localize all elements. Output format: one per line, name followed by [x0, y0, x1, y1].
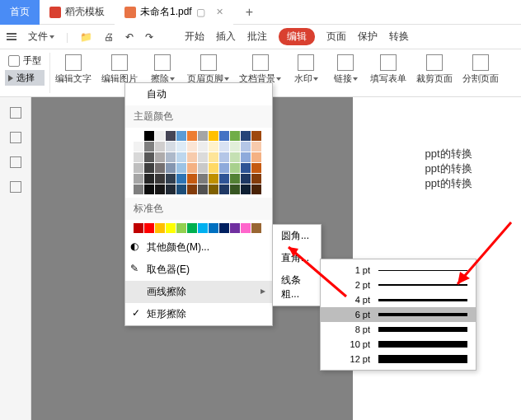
color-swatch[interactable]	[144, 152, 154, 162]
color-swatch[interactable]	[241, 174, 251, 184]
color-swatch[interactable]	[144, 174, 154, 184]
tool-edit-text[interactable]: 编辑文字	[50, 53, 96, 93]
color-swatch[interactable]	[176, 131, 186, 141]
color-swatch[interactable]	[166, 131, 176, 141]
color-swatch[interactable]	[198, 142, 208, 152]
color-swatch[interactable]	[166, 174, 176, 184]
color-swatch[interactable]	[155, 142, 165, 152]
color-swatch[interactable]	[176, 142, 186, 152]
pt-2[interactable]: 2 pt	[321, 278, 476, 292]
color-swatch[interactable]	[176, 174, 186, 184]
popup-line-erase[interactable]: 画线擦除	[125, 281, 272, 303]
color-swatch[interactable]	[134, 163, 143, 173]
pt-6[interactable]: 6 pt	[321, 307, 476, 322]
pt-4[interactable]: 4 pt	[321, 292, 476, 307]
color-swatch[interactable]	[230, 163, 240, 173]
color-swatch[interactable]	[187, 184, 197, 194]
color-swatch[interactable]	[176, 163, 186, 173]
color-swatch[interactable]	[230, 184, 240, 194]
menu-page[interactable]: 页面	[326, 30, 346, 44]
menu-convert[interactable]: 转换	[389, 30, 409, 44]
color-swatch[interactable]	[241, 131, 251, 141]
color-swatch[interactable]	[230, 131, 240, 141]
color-swatch[interactable]	[230, 223, 240, 233]
color-swatch[interactable]	[166, 223, 176, 233]
maximize-icon[interactable]: ▢	[196, 7, 205, 18]
color-swatch[interactable]	[155, 152, 165, 162]
pt-8[interactable]: 8 pt	[321, 322, 476, 337]
color-swatch[interactable]	[144, 163, 154, 173]
color-swatch[interactable]	[219, 131, 229, 141]
theme-swatches[interactable]	[125, 128, 272, 198]
pt-1[interactable]: 1 pt	[321, 263, 476, 278]
bookmark-icon[interactable]	[10, 107, 21, 119]
tool-hand[interactable]: 手型	[5, 53, 45, 68]
close-tab-icon[interactable]: ✕	[216, 7, 223, 17]
color-swatch[interactable]	[134, 184, 143, 194]
color-swatch[interactable]	[209, 163, 218, 173]
color-swatch[interactable]	[187, 223, 197, 233]
color-swatch[interactable]	[134, 152, 143, 162]
pt-10[interactable]: 10 pt	[321, 337, 476, 352]
undo-icon[interactable]: ↶	[125, 31, 134, 43]
color-swatch[interactable]	[176, 223, 186, 233]
redo-icon[interactable]: ↷	[145, 31, 153, 43]
color-swatch[interactable]	[251, 223, 261, 233]
print-icon[interactable]: 🖨	[104, 31, 114, 43]
color-swatch[interactable]	[166, 152, 176, 162]
color-swatch[interactable]	[155, 223, 165, 233]
open-icon[interactable]: 📁	[80, 31, 92, 43]
color-swatch[interactable]	[166, 142, 176, 152]
tool-link[interactable]: 链接	[326, 53, 365, 93]
color-swatch[interactable]	[241, 223, 251, 233]
hamburger-menu[interactable]	[7, 33, 16, 40]
color-swatch[interactable]	[219, 223, 229, 233]
color-swatch[interactable]	[155, 131, 165, 141]
popup-color-picker[interactable]: ✎取色器(E)	[125, 259, 272, 281]
color-swatch[interactable]	[166, 184, 176, 194]
color-swatch[interactable]	[251, 142, 261, 152]
color-swatch[interactable]	[219, 152, 229, 162]
color-swatch[interactable]	[144, 142, 154, 152]
color-swatch[interactable]	[219, 184, 229, 194]
color-swatch[interactable]	[209, 152, 218, 162]
tool-form[interactable]: 填写表单	[365, 53, 411, 93]
color-swatch[interactable]	[155, 163, 165, 173]
color-swatch[interactable]	[144, 131, 154, 141]
menu-annotate[interactable]: 批注	[247, 30, 267, 44]
color-swatch[interactable]	[209, 223, 218, 233]
tool-watermark[interactable]: 水印	[286, 53, 326, 93]
color-swatch[interactable]	[134, 142, 143, 152]
tab-template[interactable]: 稻壳模板	[40, 0, 115, 25]
color-swatch[interactable]	[251, 152, 261, 162]
color-swatch[interactable]	[187, 174, 197, 184]
popup-rect-erase[interactable]: 矩形擦除	[125, 303, 272, 325]
color-swatch[interactable]	[134, 174, 143, 184]
color-swatch[interactable]	[209, 131, 218, 141]
attachment-icon[interactable]	[10, 156, 21, 168]
color-swatch[interactable]	[251, 131, 261, 141]
color-swatch[interactable]	[187, 142, 197, 152]
color-swatch[interactable]	[251, 184, 261, 194]
color-swatch[interactable]	[251, 163, 261, 173]
color-swatch[interactable]	[198, 163, 208, 173]
submenu-square[interactable]: 直角...	[273, 247, 321, 269]
color-swatch[interactable]	[166, 163, 176, 173]
color-swatch[interactable]	[134, 223, 143, 233]
color-swatch[interactable]	[251, 174, 261, 184]
color-swatch[interactable]	[209, 184, 218, 194]
color-swatch[interactable]	[155, 184, 165, 194]
thumbnail-icon[interactable]	[10, 132, 21, 143]
menu-file[interactable]: 文件	[28, 30, 54, 44]
color-swatch[interactable]	[219, 174, 229, 184]
color-swatch[interactable]	[155, 174, 165, 184]
tab-home[interactable]: 首页	[0, 0, 40, 25]
color-swatch[interactable]	[198, 131, 208, 141]
popup-other-colors[interactable]: ◐其他颜色(M)...	[125, 236, 272, 259]
menu-start[interactable]: 开始	[185, 30, 204, 44]
pt-12[interactable]: 12 pt	[321, 352, 476, 366]
color-swatch[interactable]	[144, 223, 154, 233]
color-swatch[interactable]	[134, 131, 143, 141]
color-swatch[interactable]	[219, 142, 229, 152]
popup-auto[interactable]: 自动	[125, 83, 272, 105]
